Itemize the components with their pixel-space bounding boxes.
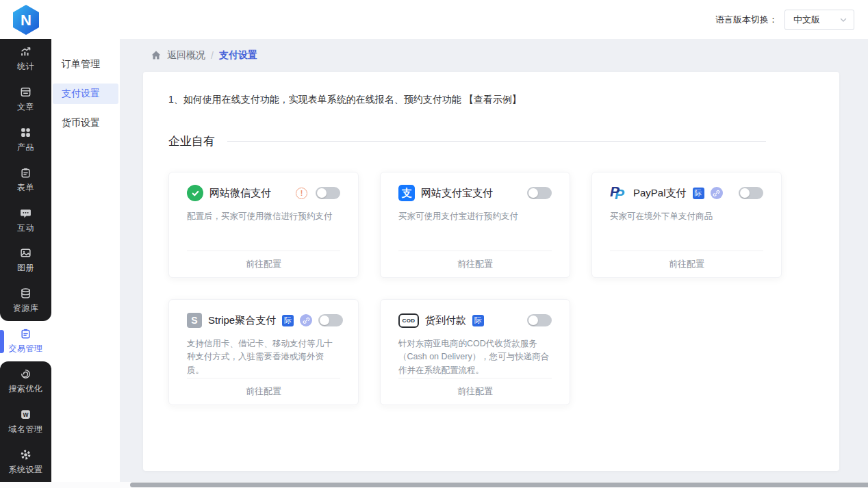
wechat-pay-icon: [187, 185, 203, 201]
international-badge: 际: [282, 315, 294, 326]
sidebar-item-label: 交易管理: [9, 343, 43, 355]
submenu-item-label: 支付设置: [62, 88, 100, 100]
article-icon: [20, 86, 31, 98]
breadcrumb-separator: /: [211, 50, 214, 61]
resource-icon: [20, 287, 31, 299]
payment-card-description: 买家可在境外下单支付商品: [610, 210, 763, 251]
product-icon: [20, 127, 31, 138]
home-icon[interactable]: [151, 50, 162, 61]
payment-card-title: PayPal支付: [633, 187, 687, 200]
go-configure-link[interactable]: 前往配置: [610, 251, 763, 277]
language-switch-label: 语言版本切换：: [715, 14, 778, 26]
sidebar-item-stats[interactable]: 统计: [0, 39, 51, 79]
paypal-icon: PP: [610, 184, 627, 203]
main-area: 返回概况 / 支付设置 1、如何使用在线支付功能，实现表单系统的在线报名、预约支…: [120, 39, 868, 488]
gallery-icon: [20, 247, 31, 259]
settings-icon: [20, 449, 31, 461]
view-example-link[interactable]: 【查看示例】: [464, 94, 522, 105]
international-badge: 际: [472, 315, 484, 326]
submenu-item-label: 订单管理: [62, 58, 100, 70]
sidebar-item-form[interactable]: 表单: [0, 160, 51, 201]
alipay-icon: 支: [398, 185, 415, 201]
primary-sidebar: 统计 文章 产品 表单 互动 图册 资源库: [0, 39, 51, 483]
sidebar-item-label: 统计: [17, 61, 34, 73]
submenu-item-支付设置[interactable]: 支付设置: [53, 84, 118, 104]
submenu-item-订单管理[interactable]: 订单管理: [53, 54, 118, 75]
payment-card-stripe: S Stripe聚合支付 际 支持信用卡、借记卡、移动支付等几十种支付方式，入驻…: [168, 299, 359, 405]
sidebar-item-gallery[interactable]: 图册: [0, 241, 51, 281]
brand-logo-icon[interactable]: N: [10, 3, 42, 36]
language-select[interactable]: 中文版: [784, 10, 854, 30]
horizontal-scrollbar-thumb[interactable]: [130, 483, 868, 487]
sidebar-item-domain[interactable]: W 域名管理: [0, 402, 51, 442]
sidebar-item-resource[interactable]: 资源库: [0, 281, 51, 321]
payment-card-description: 配置后，买家可使用微信进行预约支付: [187, 210, 340, 251]
payment-card-description: 买家可使用支付宝进行预约支付: [398, 210, 552, 251]
sidebar-item-label: 文章: [17, 101, 34, 113]
sidebar-item-label: 产品: [17, 142, 34, 153]
payment-card-description: 针对东南亚电商的COD代收货款服务（Cash on Delivery），您可与快…: [398, 337, 552, 378]
breadcrumb: 返回概况 / 支付设置: [120, 39, 868, 72]
sidebar-item-label: 搜索优化: [9, 383, 43, 395]
payment-card-title: 网站支付宝支付: [421, 187, 493, 200]
submenu-item-货币设置[interactable]: 货币设置: [53, 113, 118, 133]
sidebar-item-label: 系统设置: [9, 464, 43, 476]
sidebar-item-trade[interactable]: 交易管理: [0, 321, 51, 361]
warning-icon: !: [296, 188, 307, 199]
sidebar-item-interact[interactable]: 互动: [0, 201, 51, 241]
payment-card-paypal: PP PayPal支付 际 买家可在境外下单支付商品 前往配置: [591, 172, 782, 278]
payment-card-description: 支持信用卡、借记卡、移动支付等几十种支付方式，入驻需要香港或海外资质。: [187, 337, 340, 378]
go-configure-link[interactable]: 前往配置: [398, 378, 552, 404]
content-panel: 1、如何使用在线支付功能，实现表单系统的在线报名、预约支付功能 【查看示例】 企…: [143, 72, 839, 471]
go-configure-link[interactable]: 前往配置: [398, 251, 552, 277]
payment-toggle[interactable]: [318, 314, 343, 326]
payment-card-cod: COD 货到付款 际 针对东南亚电商的COD代收货款服务（Cash on Del…: [380, 299, 570, 405]
cod-icon: COD: [398, 313, 419, 328]
payment-toggle[interactable]: [739, 187, 763, 199]
breadcrumb-back-link[interactable]: 返回概况: [167, 49, 205, 62]
domain-icon: W: [20, 409, 31, 420]
chevron-down-icon: [839, 15, 848, 25]
secondary-sidebar: 订单管理 支付设置 货币设置: [51, 39, 120, 488]
payment-card-grid: 网站微信支付 ! 配置后，买家可使用微信进行预约支付 前往配置 支 网站支付宝支…: [168, 172, 814, 405]
payment-toggle[interactable]: [316, 187, 340, 199]
sidebar-item-label: 表单: [17, 182, 34, 194]
app-window: N 语言版本切换： 中文版 统计 文章 产品 表单: [0, 0, 868, 488]
sidebar-item-label: 互动: [17, 222, 34, 234]
stats-icon: [20, 46, 31, 57]
section-title: 企业自有: [168, 133, 215, 149]
section-divider: [227, 141, 766, 142]
sidebar-item-label: 域名管理: [9, 424, 43, 435]
sidebar-item-product[interactable]: 产品: [0, 120, 51, 160]
link-icon[interactable]: [300, 314, 312, 326]
trade-icon: [20, 328, 31, 339]
sidebar-item-label: 图册: [17, 262, 34, 274]
svg-text:W: W: [23, 411, 29, 418]
sidebar-item-label: 资源库: [13, 303, 39, 314]
help-tip: 1、如何使用在线支付功能，实现表单系统的在线报名、预约支付功能 【查看示例】: [168, 94, 814, 106]
submenu-item-label: 货币设置: [62, 117, 100, 129]
link-icon[interactable]: [711, 187, 723, 199]
section-header: 企业自有: [168, 133, 814, 149]
sidebar-item-seo[interactable]: 搜索优化: [0, 361, 51, 402]
payment-card-wechat: 网站微信支付 ! 配置后，买家可使用微信进行预约支付 前往配置: [168, 172, 359, 278]
help-tip-text: 1、如何使用在线支付功能，实现表单系统的在线报名、预约支付功能: [168, 94, 464, 105]
language-select-value: 中文版: [793, 14, 820, 26]
sidebar-item-article[interactable]: 文章: [0, 79, 51, 120]
interact-icon: [20, 207, 31, 219]
payment-toggle[interactable]: [527, 314, 552, 326]
international-badge: 际: [693, 188, 704, 199]
stripe-icon: S: [187, 313, 202, 328]
horizontal-scrollbar: [0, 482, 868, 488]
payment-toggle[interactable]: [527, 187, 552, 199]
payment-card-title: 货到付款: [425, 314, 466, 327]
sidebar-item-settings[interactable]: 系统设置: [0, 442, 51, 483]
go-configure-link[interactable]: 前往配置: [187, 378, 340, 404]
breadcrumb-current: 支付设置: [219, 49, 257, 62]
seo-icon: [20, 368, 31, 380]
go-configure-link[interactable]: 前往配置: [187, 251, 340, 277]
payment-card-alipay: 支 网站支付宝支付 买家可使用支付宝进行预约支付 前往配置: [380, 172, 570, 278]
payment-card-title: 网站微信支付: [209, 187, 271, 200]
top-header: N 语言版本切换： 中文版: [0, 0, 868, 39]
svg-text:N: N: [21, 12, 31, 29]
